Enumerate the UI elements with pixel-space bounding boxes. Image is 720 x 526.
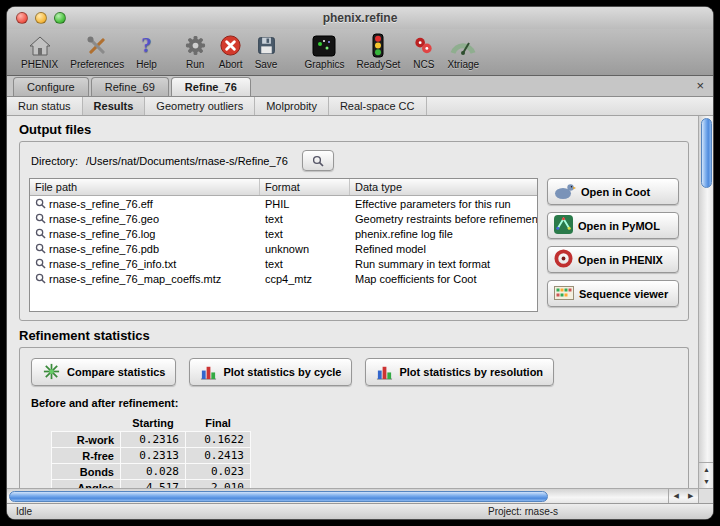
toolbar-button-ncs[interactable]: NCS [406, 31, 441, 72]
file-datatype: Run summary in text format [350, 258, 537, 270]
stats-row-r-work: R-work 0.2316 0.1622 [52, 432, 251, 448]
vertical-scrollbar-arrows: ▲ ▼ [699, 462, 713, 488]
horizontal-scrollbar-thumb[interactable] [9, 491, 548, 502]
file-datatype: Refined model [350, 243, 537, 255]
tab-results[interactable]: Results [83, 97, 146, 115]
plot-statistics-by-resolution-button[interactable]: Plot statistics by resolution [365, 358, 554, 386]
sequence-icon [554, 285, 574, 303]
horizontal-scrollbar-arrows: ◀ ▶ [668, 489, 698, 503]
tab-run-status[interactable]: Run status [7, 97, 83, 115]
toolbar-button-help[interactable]: ? Help [130, 31, 163, 72]
magnifier-icon[interactable] [35, 213, 46, 224]
vertical-scrollbar[interactable]: ▲ ▼ [698, 116, 713, 488]
window-title: phenix.refine [7, 7, 713, 29]
toolbar-label: Xtriage [447, 59, 479, 71]
vertical-scrollbar-thumb[interactable] [701, 118, 712, 188]
title-bar[interactable]: phenix.refine [7, 7, 713, 29]
stat-starting-value: 0.2316 [121, 432, 186, 448]
toolbar-button-xtriage[interactable]: Xtriage [441, 31, 485, 72]
button-label: Plot statistics by cycle [223, 366, 341, 378]
toolbar-label: Preferences [70, 59, 124, 71]
status-bar: Idle Project: rnase-s [7, 503, 713, 519]
before-after-label: Before and after refinement: [31, 397, 679, 409]
tab-configure[interactable]: Configure [13, 77, 89, 96]
column-header-data-type[interactable]: Data type [350, 179, 537, 195]
browse-directory-button[interactable] [302, 150, 334, 171]
file-row[interactable]: rnase-s_refine_76.pdb unknown Refined mo… [30, 241, 537, 256]
magnifier-icon[interactable] [35, 258, 46, 269]
toolbar-button-save[interactable]: Save [249, 31, 284, 72]
graphics-icon [312, 32, 336, 59]
file-row[interactable]: rnase-s_refine_76_map_coeffs.mtz ccp4_mt… [30, 271, 537, 286]
file-row[interactable]: rnase-s_refine_76_info.txt text Run summ… [30, 256, 537, 271]
button-label: Compare statistics [67, 366, 165, 378]
stat-starting-value: 0.2313 [121, 448, 186, 464]
open-in-phenix-button[interactable]: Open in PHENIX [547, 246, 679, 273]
toolbar-button-run[interactable]: Run [178, 31, 213, 72]
compare-icon [42, 362, 61, 383]
file-format: text [260, 213, 350, 225]
magnifier-icon[interactable] [35, 273, 46, 284]
output-files-panel: Directory: /Users/nat/Documents/rnase-s/… [19, 141, 689, 321]
file-row[interactable]: rnase-s_refine_76.log text phenix.refine… [30, 226, 537, 241]
output-files-area: File path Format Data type rnase-s_refin… [29, 178, 679, 312]
stats-row-angles: Angles 4.517 2.010 [52, 480, 251, 489]
zoom-window-button[interactable] [54, 12, 66, 24]
toolbar-button-graphics[interactable]: Graphics [298, 31, 350, 72]
toolbar-label: Save [255, 59, 278, 71]
phenix-refine-window: phenix.refine PHENIX Preferences ? Help … [7, 7, 713, 519]
compare-statistics-button[interactable]: Compare statistics [31, 358, 176, 386]
horizontal-scrollbar[interactable]: ◀ ▶ [7, 488, 698, 503]
stat-label: R-work [52, 432, 121, 448]
tab-label: Real-space CC [340, 100, 415, 112]
toolbar-label: NCS [413, 59, 434, 71]
tab-refine-69[interactable]: Refine_69 [91, 77, 169, 96]
file-name: rnase-s_refine_76_info.txt [49, 258, 176, 270]
sequence-viewer-button[interactable]: Sequence viewer [547, 280, 679, 307]
button-label: Open in PyMOL [578, 220, 660, 232]
toolbar-label: Run [186, 59, 204, 71]
gear-icon [184, 32, 207, 59]
plot-statistics-by-cycle-button[interactable]: Plot statistics by cycle [189, 358, 352, 386]
home-icon [28, 32, 52, 59]
tab-label: Run status [18, 100, 71, 112]
minimize-window-button[interactable] [35, 12, 47, 24]
scroll-down-arrow-icon[interactable]: ▼ [699, 476, 713, 489]
column-header-format[interactable]: Format [260, 179, 350, 195]
toolbar-button-abort[interactable]: Abort [213, 31, 249, 72]
table-header-row: File path Format Data type [30, 179, 537, 196]
magnifier-icon[interactable] [35, 243, 46, 254]
scroll-left-arrow-icon[interactable]: ◀ [669, 489, 684, 503]
directory-path: /Users/nat/Documents/rnase-s/Refine_76 [86, 155, 288, 167]
open-in-pymol-button[interactable]: Open in PyMOL [547, 212, 679, 239]
file-format: ccp4_mtz [260, 273, 350, 285]
file-row[interactable]: rnase-s_refine_76.geo text Geometry rest… [30, 211, 537, 226]
tab-refine-76[interactable]: Refine_76 [171, 77, 251, 96]
output-files-table: File path Format Data type rnase-s_refin… [29, 178, 538, 312]
tab-label: Refine_69 [105, 81, 155, 93]
column-header-file-path[interactable]: File path [30, 179, 260, 195]
magnifier-icon[interactable] [35, 228, 46, 239]
abort-icon [219, 32, 242, 59]
file-format: text [260, 258, 350, 270]
magnifier-icon[interactable] [35, 198, 46, 209]
close-window-button[interactable] [16, 12, 28, 24]
toolbar-button-phenix[interactable]: PHENIX [15, 31, 64, 72]
scrollbar-corner [698, 488, 713, 503]
file-row[interactable]: rnase-s_refine_76.eff PHIL Effective par… [30, 196, 537, 211]
output-files-title: Output files [19, 122, 689, 137]
close-tab-icon[interactable]: × [696, 79, 704, 93]
pymol-icon [554, 215, 573, 236]
scroll-up-arrow-icon[interactable]: ▲ [699, 463, 713, 476]
file-datatype: Geometry restraints before refinement [350, 213, 537, 225]
directory-label: Directory: [31, 155, 78, 167]
traffic-light-icon [368, 32, 388, 59]
toolbar-button-readyset[interactable]: ReadySet [350, 31, 406, 72]
toolbar-label: Abort [219, 59, 243, 71]
scroll-right-arrow-icon[interactable]: ▶ [684, 489, 699, 503]
open-in-coot-button[interactable]: Open in Coot [547, 178, 679, 205]
tab-real-space-cc[interactable]: Real-space CC [329, 97, 427, 115]
toolbar-button-preferences[interactable]: Preferences [64, 31, 130, 72]
tab-molprobity[interactable]: Molprobity [255, 97, 329, 115]
tab-geometry-outliers[interactable]: Geometry outliers [145, 97, 255, 115]
